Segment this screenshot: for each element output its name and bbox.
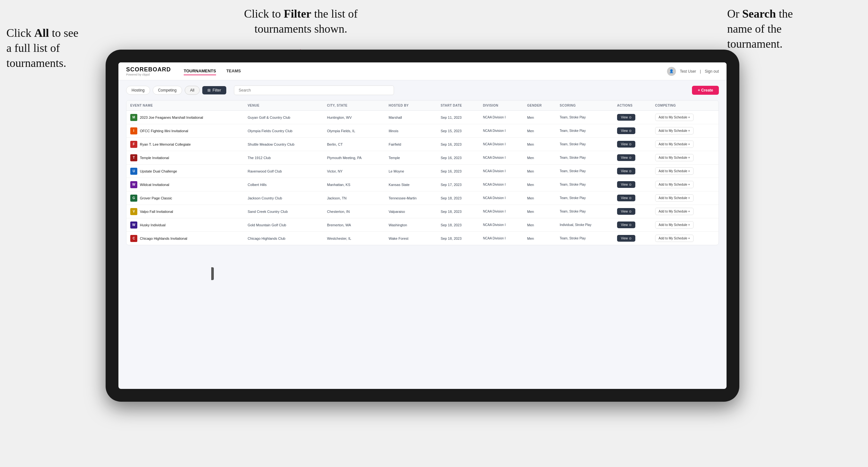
team-logo-2: F — [130, 141, 137, 148]
view-button-6[interactable]: View ⊙ — [617, 195, 636, 201]
col-scoring: SCORING — [556, 100, 613, 111]
cell-venue-1: Olympia Fields Country Club — [244, 124, 323, 137]
cell-hosted-3: Temple — [385, 151, 437, 164]
team-logo-6: G — [130, 195, 137, 201]
table-row: U Upstate Dual Challenge Ravenwood Golf … — [126, 164, 718, 178]
tab-all[interactable]: All — [185, 86, 200, 95]
cell-city-1: Olympia Fields, IL — [323, 124, 385, 137]
view-button-7[interactable]: View ⊙ — [617, 208, 636, 215]
add-schedule-button-2[interactable]: Add to My Schedule + — [655, 141, 693, 148]
cell-date-8: Sep 18, 2023 — [437, 218, 479, 232]
table-row: V Valpo Fall Invitational Sand Creek Cou… — [126, 205, 718, 218]
create-button[interactable]: + Create — [692, 86, 719, 95]
annotation-left: Click All to seea full list oftournament… — [6, 26, 109, 70]
cell-division-5: NCAA Division I — [479, 178, 523, 191]
table-container: EVENT NAME VENUE CITY, STATE HOSTED BY S… — [126, 100, 719, 245]
view-button-0[interactable]: View ⊙ — [617, 114, 636, 121]
cell-scoring-7: Team, Stroke Play — [556, 205, 613, 218]
view-button-5[interactable]: View ⊙ — [617, 181, 636, 188]
cell-competing-0: Add to My Schedule + — [651, 111, 718, 124]
cell-division-9: NCAA Division I — [479, 232, 523, 245]
sign-out-link[interactable]: Sign out — [705, 69, 719, 73]
cell-division-3: NCAA Division I — [479, 151, 523, 164]
filter-button[interactable]: ⊞ Filter — [202, 86, 226, 94]
table-row: G Grover Page Classic Jackson Country Cl… — [126, 191, 718, 205]
event-name-8: Husky Individual — [140, 223, 165, 227]
view-button-4[interactable]: View ⊙ — [617, 168, 636, 175]
event-name-5: Wildcat Invitational — [140, 183, 169, 187]
cell-date-1: Sep 15, 2023 — [437, 124, 479, 137]
cell-city-0: Huntington, WV — [323, 111, 385, 124]
cell-hosted-2: Fairfield — [385, 137, 437, 151]
add-schedule-button-3[interactable]: Add to My Schedule + — [655, 154, 693, 161]
view-button-9[interactable]: View ⊙ — [617, 235, 636, 242]
cell-city-4: Victor, NY — [323, 164, 385, 178]
cell-gender-1: Men — [523, 124, 556, 137]
table-row: I OFCC Fighting Illini Invitational Olym… — [126, 124, 718, 137]
cell-competing-7: Add to My Schedule + — [651, 205, 718, 218]
search-input[interactable] — [234, 86, 394, 95]
cell-actions-1: View ⊙ — [613, 124, 651, 137]
table-row: M 2023 Joe Feaganes Marshall Invitationa… — [126, 111, 718, 124]
nav-links: TOURNAMENTS TEAMS — [184, 67, 667, 75]
eye-icon-2: ⊙ — [629, 143, 631, 146]
table-row: C Chicago Highlands Invitational Chicago… — [126, 232, 718, 245]
cell-city-2: Berlin, CT — [323, 137, 385, 151]
nav-tournaments[interactable]: TOURNAMENTS — [184, 67, 216, 75]
cell-gender-4: Men — [523, 164, 556, 178]
eye-icon-0: ⊙ — [629, 116, 631, 119]
cell-city-3: Plymouth Meeting, PA — [323, 151, 385, 164]
logo-subtitle: Powered by clippd — [126, 73, 171, 76]
cell-competing-9: Add to My Schedule + — [651, 232, 718, 245]
event-name-9: Chicago Highlands Invitational — [140, 237, 187, 240]
cell-event-name-4: U Upstate Dual Challenge — [126, 164, 244, 178]
add-schedule-button-0[interactable]: Add to My Schedule + — [655, 114, 693, 121]
cell-gender-3: Men — [523, 151, 556, 164]
eye-icon-9: ⊙ — [629, 237, 631, 240]
event-name-3: Temple Invitational — [140, 156, 169, 160]
cell-hosted-4: Le Moyne — [385, 164, 437, 178]
table-header: EVENT NAME VENUE CITY, STATE HOSTED BY S… — [126, 100, 718, 111]
cell-hosted-8: Washington — [385, 218, 437, 232]
content-area: Hosting Competing All ⊞ Filter + Create … — [118, 80, 726, 389]
add-schedule-button-6[interactable]: Add to My Schedule + — [655, 194, 693, 201]
col-division: DIVISION — [479, 100, 523, 111]
add-schedule-button-9[interactable]: Add to My Schedule + — [655, 235, 693, 242]
cell-actions-0: View ⊙ — [613, 111, 651, 124]
top-nav: SCOREBOARD Powered by clippd TOURNAMENTS… — [118, 62, 726, 80]
add-schedule-button-1[interactable]: Add to My Schedule + — [655, 127, 693, 134]
view-button-3[interactable]: View ⊙ — [617, 154, 636, 161]
cell-event-name-2: F Ryan T. Lee Memorial Collegiate — [126, 137, 244, 151]
view-button-2[interactable]: View ⊙ — [617, 141, 636, 148]
col-event-name: EVENT NAME — [126, 100, 244, 111]
nav-separator: | — [700, 69, 701, 73]
cell-division-6: NCAA Division I — [479, 191, 523, 205]
cell-hosted-9: Wake Forest — [385, 232, 437, 245]
cell-event-name-7: V Valpo Fall Invitational — [126, 205, 244, 218]
cell-date-3: Sep 16, 2023 — [437, 151, 479, 164]
cell-scoring-0: Team, Stroke Play — [556, 111, 613, 124]
nav-teams[interactable]: TEAMS — [226, 67, 241, 75]
cell-actions-6: View ⊙ — [613, 191, 651, 205]
add-schedule-button-4[interactable]: Add to My Schedule + — [655, 167, 693, 175]
view-button-8[interactable]: View ⊙ — [617, 221, 636, 228]
cell-city-7: Chesterton, IN — [323, 205, 385, 218]
cell-hosted-6: Tennessee-Martin — [385, 191, 437, 205]
event-name-2: Ryan T. Lee Memorial Collegiate — [140, 143, 191, 146]
tournaments-table: EVENT NAME VENUE CITY, STATE HOSTED BY S… — [126, 100, 718, 245]
tab-hosting[interactable]: Hosting — [126, 86, 150, 95]
side-button — [211, 267, 214, 280]
team-logo-5: W — [130, 181, 137, 188]
add-schedule-button-8[interactable]: Add to My Schedule + — [655, 221, 693, 228]
tab-competing[interactable]: Competing — [153, 86, 182, 95]
add-schedule-button-7[interactable]: Add to My Schedule + — [655, 208, 693, 215]
filter-bar: Hosting Competing All ⊞ Filter + Create — [126, 86, 719, 95]
add-schedule-button-5[interactable]: Add to My Schedule + — [655, 181, 693, 188]
cell-date-5: Sep 17, 2023 — [437, 178, 479, 191]
view-button-1[interactable]: View ⊙ — [617, 127, 636, 134]
team-logo-1: I — [130, 127, 137, 134]
cell-division-7: NCAA Division I — [479, 205, 523, 218]
table-row: T Temple Invitational The 1912 Club Plym… — [126, 151, 718, 164]
team-logo-7: V — [130, 208, 137, 215]
eye-icon-7: ⊙ — [629, 210, 631, 213]
